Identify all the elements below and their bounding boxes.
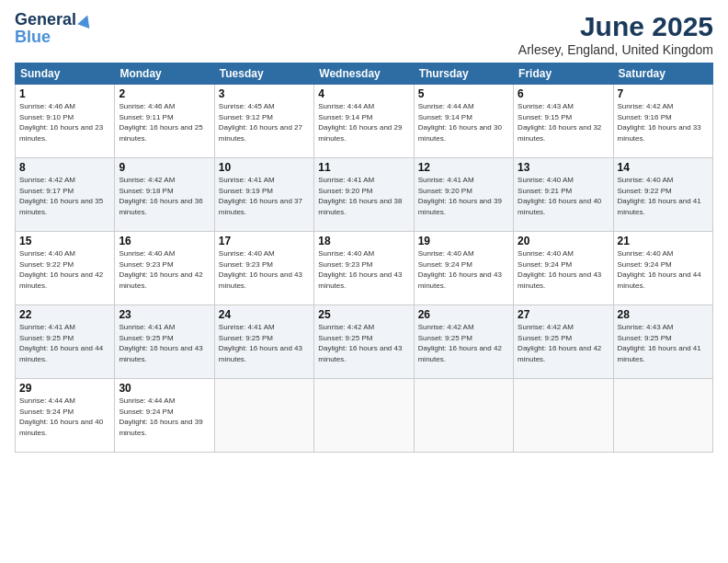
day-info: Sunrise: 4:44 AMSunset: 9:14 PMDaylight:… xyxy=(318,101,409,144)
calendar-cell: 8Sunrise: 4:42 AMSunset: 9:17 PMDaylight… xyxy=(16,158,115,232)
day-of-week-header: Monday xyxy=(115,63,214,85)
day-number: 25 xyxy=(318,308,409,321)
day-number: 15 xyxy=(19,235,110,247)
calendar-cell: 18Sunrise: 4:40 AMSunset: 9:23 PMDayligh… xyxy=(314,232,414,305)
day-number: 6 xyxy=(518,87,609,100)
day-info: Sunrise: 4:40 AMSunset: 9:21 PMDaylight:… xyxy=(518,175,609,217)
calendar-cell xyxy=(314,379,414,453)
day-of-week-header: Thursday xyxy=(414,63,513,85)
calendar-cell: 9Sunrise: 4:42 AMSunset: 9:18 PMDaylight… xyxy=(115,158,214,232)
calendar-cell: 15Sunrise: 4:40 AMSunset: 9:22 PMDayligh… xyxy=(16,232,115,305)
day-info: Sunrise: 4:43 AMSunset: 9:15 PMDaylight:… xyxy=(518,101,609,144)
logo-general: General xyxy=(15,10,76,29)
day-info: Sunrise: 4:42 AMSunset: 9:25 PMDaylight:… xyxy=(318,322,409,364)
day-info: Sunrise: 4:40 AMSunset: 9:24 PMDaylight:… xyxy=(518,248,609,291)
calendar-cell: 21Sunrise: 4:40 AMSunset: 9:24 PMDayligh… xyxy=(613,232,712,305)
calendar-cell: 17Sunrise: 4:40 AMSunset: 9:23 PMDayligh… xyxy=(214,232,313,305)
day-info: Sunrise: 4:44 AMSunset: 9:24 PMDaylight:… xyxy=(119,396,210,438)
location: Arlesey, England, United Kingdom xyxy=(518,42,713,57)
day-info: Sunrise: 4:41 AMSunset: 9:20 PMDaylight:… xyxy=(318,175,409,217)
day-info: Sunrise: 4:46 AMSunset: 9:10 PMDaylight:… xyxy=(19,101,110,144)
day-number: 19 xyxy=(418,235,509,247)
day-number: 2 xyxy=(119,87,210,100)
day-info: Sunrise: 4:41 AMSunset: 9:25 PMDaylight:… xyxy=(219,322,310,364)
calendar-cell: 12Sunrise: 4:41 AMSunset: 9:20 PMDayligh… xyxy=(414,158,513,232)
day-number: 14 xyxy=(618,161,709,174)
calendar-cell: 16Sunrise: 4:40 AMSunset: 9:23 PMDayligh… xyxy=(115,232,214,305)
calendar-cell: 13Sunrise: 4:40 AMSunset: 9:21 PMDayligh… xyxy=(514,158,613,232)
day-info: Sunrise: 4:44 AMSunset: 9:24 PMDaylight:… xyxy=(19,396,110,438)
day-info: Sunrise: 4:40 AMSunset: 9:24 PMDaylight:… xyxy=(618,248,709,291)
logo: General Blue xyxy=(15,11,92,47)
day-number: 23 xyxy=(119,308,210,321)
calendar-cell: 3Sunrise: 4:45 AMSunset: 9:12 PMDaylight… xyxy=(214,85,313,158)
calendar-cell: 19Sunrise: 4:40 AMSunset: 9:24 PMDayligh… xyxy=(414,232,513,305)
day-info: Sunrise: 4:41 AMSunset: 9:19 PMDaylight:… xyxy=(219,175,310,217)
day-of-week-header: Sunday xyxy=(16,63,115,85)
calendar-cell xyxy=(214,379,313,453)
day-number: 20 xyxy=(518,235,609,247)
calendar-cell: 23Sunrise: 4:41 AMSunset: 9:25 PMDayligh… xyxy=(115,305,214,379)
calendar-cell: 20Sunrise: 4:40 AMSunset: 9:24 PMDayligh… xyxy=(514,232,613,305)
day-info: Sunrise: 4:44 AMSunset: 9:14 PMDaylight:… xyxy=(418,101,509,144)
day-info: Sunrise: 4:42 AMSunset: 9:16 PMDaylight:… xyxy=(618,101,709,144)
calendar-cell: 5Sunrise: 4:44 AMSunset: 9:14 PMDaylight… xyxy=(414,85,513,158)
day-number: 8 xyxy=(19,161,110,174)
day-number: 3 xyxy=(219,87,310,100)
calendar-cell xyxy=(613,379,712,453)
day-of-week-header: Saturday xyxy=(613,63,712,85)
day-number: 28 xyxy=(618,308,709,321)
day-number: 10 xyxy=(219,161,310,174)
calendar-cell xyxy=(514,379,613,453)
day-number: 7 xyxy=(618,87,709,100)
calendar-cell: 25Sunrise: 4:42 AMSunset: 9:25 PMDayligh… xyxy=(314,305,414,379)
day-number: 22 xyxy=(19,308,110,321)
calendar-cell: 1Sunrise: 4:46 AMSunset: 9:10 PMDaylight… xyxy=(16,85,115,158)
day-number: 1 xyxy=(19,87,110,100)
day-info: Sunrise: 4:41 AMSunset: 9:25 PMDaylight:… xyxy=(19,322,110,364)
day-number: 21 xyxy=(618,235,709,247)
day-of-week-header: Tuesday xyxy=(214,63,313,85)
day-of-week-header: Wednesday xyxy=(314,63,414,85)
calendar: SundayMondayTuesdayWednesdayThursdayFrid… xyxy=(15,63,713,453)
calendar-cell xyxy=(414,379,513,453)
day-info: Sunrise: 4:42 AMSunset: 9:25 PMDaylight:… xyxy=(418,322,509,364)
day-number: 4 xyxy=(318,87,409,100)
day-number: 30 xyxy=(119,382,210,395)
day-info: Sunrise: 4:40 AMSunset: 9:22 PMDaylight:… xyxy=(19,248,110,291)
day-number: 13 xyxy=(518,161,609,174)
day-number: 9 xyxy=(119,161,210,174)
calendar-cell: 24Sunrise: 4:41 AMSunset: 9:25 PMDayligh… xyxy=(214,305,313,379)
day-info: Sunrise: 4:42 AMSunset: 9:25 PMDaylight:… xyxy=(518,322,609,364)
day-number: 17 xyxy=(219,235,310,247)
calendar-cell: 27Sunrise: 4:42 AMSunset: 9:25 PMDayligh… xyxy=(514,305,613,379)
day-info: Sunrise: 4:40 AMSunset: 9:23 PMDaylight:… xyxy=(318,248,409,291)
day-number: 12 xyxy=(418,161,509,174)
calendar-cell: 30Sunrise: 4:44 AMSunset: 9:24 PMDayligh… xyxy=(115,379,214,453)
day-number: 29 xyxy=(19,382,110,395)
calendar-cell: 10Sunrise: 4:41 AMSunset: 9:19 PMDayligh… xyxy=(214,158,313,232)
day-number: 5 xyxy=(418,87,509,100)
day-info: Sunrise: 4:40 AMSunset: 9:23 PMDaylight:… xyxy=(219,248,310,291)
logo-blue: Blue xyxy=(15,28,51,47)
calendar-cell: 4Sunrise: 4:44 AMSunset: 9:14 PMDaylight… xyxy=(314,85,414,158)
day-number: 27 xyxy=(518,308,609,321)
title-block: June 2025 Arlesey, England, United Kingd… xyxy=(518,11,713,57)
day-number: 24 xyxy=(219,308,310,321)
day-info: Sunrise: 4:40 AMSunset: 9:23 PMDaylight:… xyxy=(119,248,210,291)
day-of-week-header: Friday xyxy=(514,63,613,85)
calendar-cell: 7Sunrise: 4:42 AMSunset: 9:16 PMDaylight… xyxy=(613,85,712,158)
day-number: 26 xyxy=(418,308,509,321)
day-info: Sunrise: 4:42 AMSunset: 9:18 PMDaylight:… xyxy=(119,175,210,217)
day-number: 11 xyxy=(318,161,409,174)
day-info: Sunrise: 4:40 AMSunset: 9:24 PMDaylight:… xyxy=(418,248,509,291)
calendar-cell: 14Sunrise: 4:40 AMSunset: 9:22 PMDayligh… xyxy=(613,158,712,232)
calendar-cell: 22Sunrise: 4:41 AMSunset: 9:25 PMDayligh… xyxy=(16,305,115,379)
day-info: Sunrise: 4:40 AMSunset: 9:22 PMDaylight:… xyxy=(618,175,709,217)
day-info: Sunrise: 4:46 AMSunset: 9:11 PMDaylight:… xyxy=(119,101,210,144)
calendar-cell: 29Sunrise: 4:44 AMSunset: 9:24 PMDayligh… xyxy=(16,379,115,453)
day-number: 18 xyxy=(318,235,409,247)
calendar-cell: 2Sunrise: 4:46 AMSunset: 9:11 PMDaylight… xyxy=(115,85,214,158)
day-info: Sunrise: 4:41 AMSunset: 9:25 PMDaylight:… xyxy=(119,322,210,364)
day-info: Sunrise: 4:43 AMSunset: 9:25 PMDaylight:… xyxy=(618,322,709,364)
